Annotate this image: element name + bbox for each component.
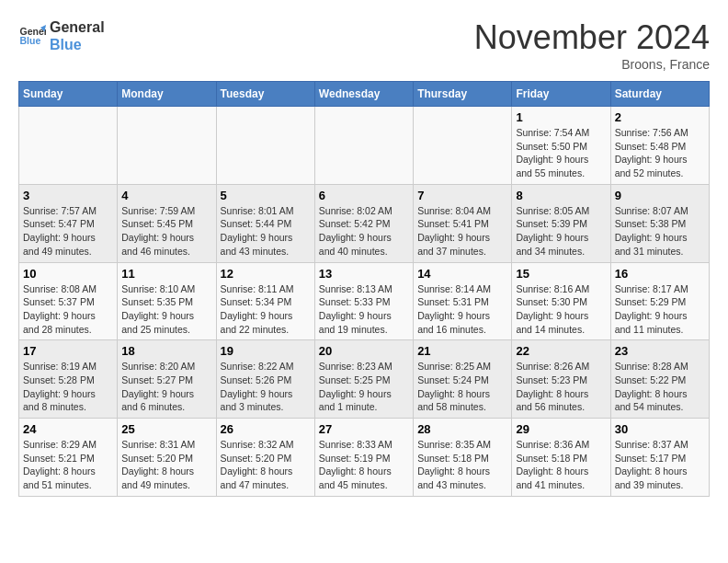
calendar-cell <box>216 107 314 185</box>
day-number: 30 <box>615 422 705 436</box>
calendar-body: 1Sunrise: 7:54 AMSunset: 5:50 PMDaylight… <box>19 107 710 497</box>
day-number: 10 <box>23 267 113 281</box>
day-number: 23 <box>615 344 705 358</box>
calendar-cell: 1Sunrise: 7:54 AMSunset: 5:50 PMDaylight… <box>512 107 610 185</box>
day-info: Sunrise: 8:13 AMSunset: 5:33 PMDaylight:… <box>319 282 409 337</box>
calendar-cell: 6Sunrise: 8:02 AMSunset: 5:42 PMDaylight… <box>314 184 413 262</box>
day-info: Sunrise: 8:32 AMSunset: 5:20 PMDaylight:… <box>221 438 311 492</box>
weekday-header: Sunday <box>19 82 118 107</box>
day-info: Sunrise: 8:37 AMSunset: 5:17 PMDaylight:… <box>615 438 705 492</box>
calendar-cell: 22Sunrise: 8:26 AMSunset: 5:23 PMDayligh… <box>512 340 610 419</box>
calendar-week-row: 10Sunrise: 8:08 AMSunset: 5:37 PMDayligh… <box>19 262 710 340</box>
calendar-cell: 7Sunrise: 8:04 AMSunset: 5:41 PMDaylight… <box>414 184 512 262</box>
calendar-cell: 16Sunrise: 8:17 AMSunset: 5:29 PMDayligh… <box>610 262 709 340</box>
calendar-cell: 13Sunrise: 8:13 AMSunset: 5:33 PMDayligh… <box>314 262 413 340</box>
day-info: Sunrise: 8:33 AMSunset: 5:19 PMDaylight:… <box>319 438 409 492</box>
calendar-cell: 4Sunrise: 7:59 AMSunset: 5:45 PMDaylight… <box>118 184 216 262</box>
day-number: 13 <box>319 267 409 281</box>
calendar-cell: 5Sunrise: 8:01 AMSunset: 5:44 PMDaylight… <box>216 184 314 262</box>
day-number: 28 <box>417 422 507 436</box>
calendar-cell: 12Sunrise: 8:11 AMSunset: 5:34 PMDayligh… <box>216 262 314 340</box>
calendar-week-row: 24Sunrise: 8:29 AMSunset: 5:21 PMDayligh… <box>19 419 710 497</box>
calendar-cell: 17Sunrise: 8:19 AMSunset: 5:28 PMDayligh… <box>19 340 118 419</box>
day-info: Sunrise: 8:26 AMSunset: 5:23 PMDaylight:… <box>516 360 606 414</box>
day-info: Sunrise: 7:56 AMSunset: 5:48 PMDaylight:… <box>615 126 705 180</box>
day-number: 17 <box>23 344 113 358</box>
day-number: 24 <box>23 422 113 436</box>
calendar-cell: 3Sunrise: 7:57 AMSunset: 5:47 PMDaylight… <box>19 184 118 262</box>
day-info: Sunrise: 8:35 AMSunset: 5:18 PMDaylight:… <box>417 438 507 492</box>
calendar-cell: 20Sunrise: 8:23 AMSunset: 5:25 PMDayligh… <box>314 340 413 419</box>
weekday-header: Saturday <box>610 82 709 107</box>
day-info: Sunrise: 8:20 AMSunset: 5:27 PMDaylight:… <box>121 360 211 414</box>
day-number: 18 <box>121 344 211 358</box>
day-info: Sunrise: 8:19 AMSunset: 5:28 PMDaylight:… <box>23 360 113 414</box>
calendar-cell: 8Sunrise: 8:05 AMSunset: 5:39 PMDaylight… <box>512 184 610 262</box>
day-number: 16 <box>615 267 705 281</box>
day-info: Sunrise: 8:22 AMSunset: 5:26 PMDaylight:… <box>221 360 311 414</box>
calendar-cell: 26Sunrise: 8:32 AMSunset: 5:20 PMDayligh… <box>216 419 314 497</box>
day-number: 21 <box>417 344 507 358</box>
day-number: 4 <box>121 189 211 202</box>
logo: General Blue General Blue <box>18 18 105 53</box>
calendar-cell <box>414 107 512 185</box>
day-info: Sunrise: 8:14 AMSunset: 5:31 PMDaylight:… <box>417 282 507 337</box>
day-info: Sunrise: 7:57 AMSunset: 5:47 PMDaylight:… <box>23 204 113 259</box>
weekday-header: Thursday <box>414 82 512 107</box>
day-number: 25 <box>121 422 211 436</box>
day-number: 14 <box>417 267 507 281</box>
logo-general: General <box>50 18 105 36</box>
day-number: 8 <box>516 189 606 202</box>
day-number: 22 <box>516 344 606 358</box>
day-info: Sunrise: 8:02 AMSunset: 5:42 PMDaylight:… <box>319 204 409 259</box>
month-title: November 2024 <box>474 18 710 57</box>
logo-blue: Blue <box>50 36 105 53</box>
calendar-cell: 9Sunrise: 8:07 AMSunset: 5:38 PMDaylight… <box>610 184 709 262</box>
calendar-cell <box>118 107 216 185</box>
day-number: 2 <box>615 110 705 124</box>
day-info: Sunrise: 8:36 AMSunset: 5:18 PMDaylight:… <box>516 438 606 492</box>
day-number: 9 <box>615 189 705 202</box>
day-info: Sunrise: 8:08 AMSunset: 5:37 PMDaylight:… <box>23 282 113 337</box>
calendar-week-row: 17Sunrise: 8:19 AMSunset: 5:28 PMDayligh… <box>19 340 710 419</box>
calendar-cell: 21Sunrise: 8:25 AMSunset: 5:24 PMDayligh… <box>414 340 512 419</box>
day-info: Sunrise: 8:07 AMSunset: 5:38 PMDaylight:… <box>615 204 705 259</box>
calendar-cell: 24Sunrise: 8:29 AMSunset: 5:21 PMDayligh… <box>19 419 118 497</box>
day-info: Sunrise: 8:25 AMSunset: 5:24 PMDaylight:… <box>417 360 507 414</box>
day-info: Sunrise: 8:23 AMSunset: 5:25 PMDaylight:… <box>319 360 409 414</box>
calendar-cell <box>314 107 413 185</box>
location: Broons, France <box>474 57 710 72</box>
weekday-header: Wednesday <box>314 82 413 107</box>
day-number: 20 <box>319 344 409 358</box>
page-header: General Blue General Blue November 2024 … <box>18 18 710 72</box>
weekday-row: SundayMondayTuesdayWednesdayThursdayFrid… <box>19 82 710 107</box>
calendar-week-row: 1Sunrise: 7:54 AMSunset: 5:50 PMDaylight… <box>19 107 710 185</box>
day-info: Sunrise: 8:17 AMSunset: 5:29 PMDaylight:… <box>615 282 705 337</box>
day-number: 6 <box>319 189 409 202</box>
title-block: November 2024 Broons, France <box>474 18 710 72</box>
day-number: 7 <box>417 189 507 202</box>
day-info: Sunrise: 8:11 AMSunset: 5:34 PMDaylight:… <box>221 282 311 337</box>
day-info: Sunrise: 8:16 AMSunset: 5:30 PMDaylight:… <box>516 282 606 337</box>
calendar-cell: 10Sunrise: 8:08 AMSunset: 5:37 PMDayligh… <box>19 262 118 340</box>
day-info: Sunrise: 8:04 AMSunset: 5:41 PMDaylight:… <box>417 204 507 259</box>
day-number: 12 <box>221 267 311 281</box>
calendar-cell: 28Sunrise: 8:35 AMSunset: 5:18 PMDayligh… <box>414 419 512 497</box>
day-number: 15 <box>516 267 606 281</box>
calendar-cell: 15Sunrise: 8:16 AMSunset: 5:30 PMDayligh… <box>512 262 610 340</box>
calendar-cell: 2Sunrise: 7:56 AMSunset: 5:48 PMDaylight… <box>610 107 709 185</box>
day-number: 11 <box>121 267 211 281</box>
calendar-week-row: 3Sunrise: 7:57 AMSunset: 5:47 PMDaylight… <box>19 184 710 262</box>
weekday-header: Tuesday <box>216 82 314 107</box>
calendar-cell: 14Sunrise: 8:14 AMSunset: 5:31 PMDayligh… <box>414 262 512 340</box>
day-info: Sunrise: 8:28 AMSunset: 5:22 PMDaylight:… <box>615 360 705 414</box>
day-info: Sunrise: 8:05 AMSunset: 5:39 PMDaylight:… <box>516 204 606 259</box>
day-number: 5 <box>221 189 311 202</box>
svg-text:Blue: Blue <box>20 35 41 46</box>
day-number: 27 <box>319 422 409 436</box>
calendar-header: SundayMondayTuesdayWednesdayThursdayFrid… <box>19 82 710 107</box>
day-number: 26 <box>221 422 311 436</box>
calendar-cell: 27Sunrise: 8:33 AMSunset: 5:19 PMDayligh… <box>314 419 413 497</box>
day-info: Sunrise: 7:54 AMSunset: 5:50 PMDaylight:… <box>516 126 606 180</box>
calendar-cell: 29Sunrise: 8:36 AMSunset: 5:18 PMDayligh… <box>512 419 610 497</box>
